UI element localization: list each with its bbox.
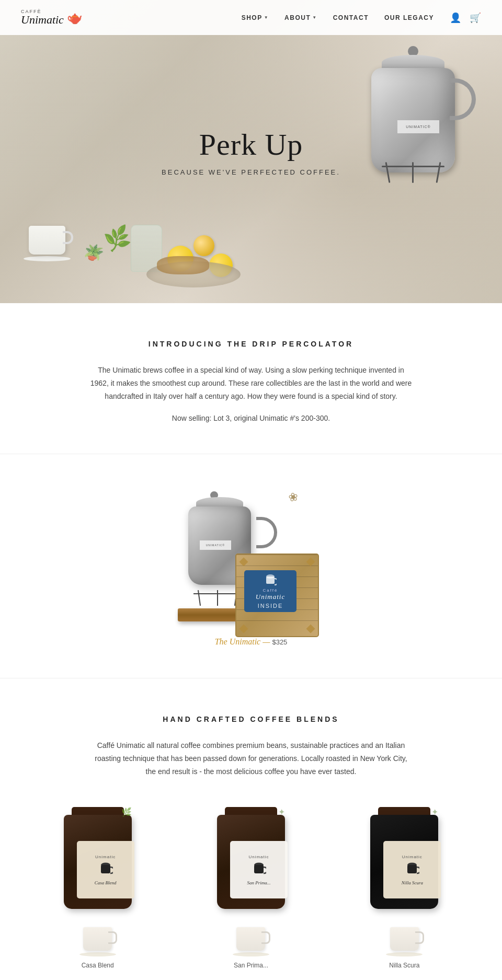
- svg-rect-5: [254, 865, 264, 873]
- pot-stand: [376, 152, 450, 183]
- herb-decoration-1: 🌿: [102, 223, 133, 253]
- intro-section: INTRODUCING THE DRIP PERCOLATOR The Unim…: [0, 303, 502, 454]
- nav-icons: 👤 🛒: [450, 12, 481, 24]
- blends-heading: HAND CRAFTED COFFEE BLENDS: [21, 715, 481, 723]
- crate-label: Caffè Unimatic INSIDE: [244, 570, 296, 612]
- svg-rect-1: [266, 577, 275, 584]
- product-crate: Caffè Unimatic INSIDE: [235, 554, 319, 637]
- pot-label: UNIMATIC®: [397, 120, 439, 133]
- blend-saucer-2: [233, 952, 269, 956]
- hero-subtitle: BECAUSE WE'VE PERFECTED COFFEE.: [162, 168, 340, 176]
- nav-legacy[interactable]: OUR LEGACY: [384, 14, 434, 21]
- hero-pot: UNIMATIC®: [361, 37, 476, 183]
- user-icon[interactable]: 👤: [450, 12, 461, 24]
- header: CAFFÈ Unimatic 🫖 SHOP ▼ ABOUT ▼ CONTACT …: [0, 0, 502, 35]
- stand-ring: [382, 166, 444, 167]
- food-item: [157, 256, 209, 274]
- bag-body-1: Unimatic Casa Blend: [64, 815, 132, 909]
- about-arrow-icon: ▼: [312, 15, 317, 20]
- cup-saucer: [24, 256, 71, 261]
- bag-pot-icon-3: [405, 861, 419, 878]
- blends-section: HAND CRAFTED COFFEE BLENDS Caffé Unimati…: [0, 678, 502, 980]
- blend-item-3[interactable]: Unimatic Nilla Scura ✦ Nilla Scura: [328, 804, 481, 969]
- svg-rect-3: [101, 865, 110, 873]
- intro-selling: Now selling: Lot 3, original Unimatic #'…: [42, 414, 460, 422]
- deco-floral-icon: ❀: [288, 490, 299, 505]
- blend-cup-2: [236, 927, 265, 951]
- nav-contact[interactable]: CONTACT: [333, 14, 369, 21]
- bag-deco-2: ✦: [278, 807, 285, 817]
- blend-cup-3: [390, 927, 419, 951]
- bag-label-2: Unimatic San Prima...: [230, 841, 288, 898]
- hero-cups: [29, 226, 71, 261]
- blend-item-1[interactable]: Unimatic Casa Blend 🌿 Casa Blend: [21, 804, 174, 969]
- bag-label-1: Unimatic Casa Blend: [77, 841, 134, 898]
- cm-stand-leg-2: [217, 590, 218, 606]
- nav-shop[interactable]: SHOP ▼: [242, 14, 269, 21]
- nav-about[interactable]: ABOUT ▼: [284, 14, 317, 21]
- product-section: ❀ UNIMATIC®: [0, 454, 502, 678]
- logo[interactable]: CAFFÈ Unimatic 🫖: [21, 9, 83, 26]
- svg-rect-7: [407, 865, 417, 873]
- hero-section: 🌿 🪴 UNIMATIC®: [0, 0, 502, 303]
- cm-stand-leg-1: [198, 590, 201, 606]
- hero-title: Perk Up: [162, 127, 340, 162]
- blend-name-3: Nilla Scura: [336, 962, 473, 969]
- logo-pot-icon: 🫖: [67, 10, 83, 25]
- product-price: $325: [272, 638, 287, 646]
- lemon-2: [193, 235, 214, 256]
- crate-logo-text: Caffè: [263, 588, 278, 593]
- crate-unimatic-text: Unimatic: [256, 593, 285, 601]
- stand-leg-2: [412, 162, 414, 183]
- bag-pot-icon-1: [98, 861, 113, 878]
- bag-label-3: Unimatic Nilla Scura: [383, 841, 441, 898]
- hero-content: Perk Up BECAUSE WE'VE PERFECTED COFFEE.: [162, 127, 340, 176]
- main-nav: SHOP ▼ ABOUT ▼ CONTACT OUR LEGACY 👤 🛒: [242, 12, 481, 24]
- logo-unimatic: Unimatic: [21, 14, 64, 26]
- hero-cup: [29, 226, 65, 255]
- coffee-bag-2: Unimatic San Prima... ✦: [209, 804, 293, 919]
- cm-label: UNIMATIC®: [200, 540, 231, 550]
- intro-body: The Unimatic brews coffee in a special k…: [89, 364, 413, 403]
- blends-body: Caffé Unimatic all natural coffee combin…: [89, 739, 413, 779]
- blend-name-2: San Prima...: [182, 962, 320, 969]
- cm-handle: [256, 517, 277, 548]
- cup-handle: [63, 231, 73, 244]
- bag-body-2: Unimatic San Prima...: [217, 815, 285, 909]
- blend-name-1: Casa Blend: [29, 962, 166, 969]
- blends-grid: Unimatic Casa Blend 🌿 Casa Blend: [21, 804, 481, 969]
- herb-decoration-2: 🪴: [81, 240, 106, 264]
- intro-heading: INTRODUCING THE DRIP PERCOLATOR: [42, 340, 460, 348]
- crate-inside-text: INSIDE: [258, 603, 283, 609]
- product-link[interactable]: The Unimatic — $325: [215, 637, 288, 646]
- coffee-bag-3: Unimatic Nilla Scura ✦: [362, 804, 446, 919]
- blend-cup-1: [83, 927, 112, 951]
- bag-pot-icon-2: [252, 861, 266, 878]
- shop-arrow-icon: ▼: [264, 15, 269, 20]
- bag-deco-3: ✦: [431, 807, 438, 817]
- cart-icon[interactable]: 🛒: [470, 12, 481, 24]
- coffee-bag-1: Unimatic Casa Blend 🌿: [56, 804, 140, 919]
- blend-item-2[interactable]: Unimatic San Prima... ✦ San Prima...: [174, 804, 327, 969]
- product-illustration: ❀ UNIMATIC®: [173, 480, 329, 637]
- pot-handle: [450, 78, 476, 120]
- crate-pot-icon: [264, 573, 277, 588]
- blend-saucer-3: [386, 952, 423, 956]
- product-link-container: The Unimatic — $325: [42, 637, 460, 647]
- blend-saucer-1: [79, 952, 116, 956]
- bag-body-3: Unimatic Nilla Scura: [370, 815, 438, 909]
- bag-deco-1: 🌿: [121, 807, 132, 817]
